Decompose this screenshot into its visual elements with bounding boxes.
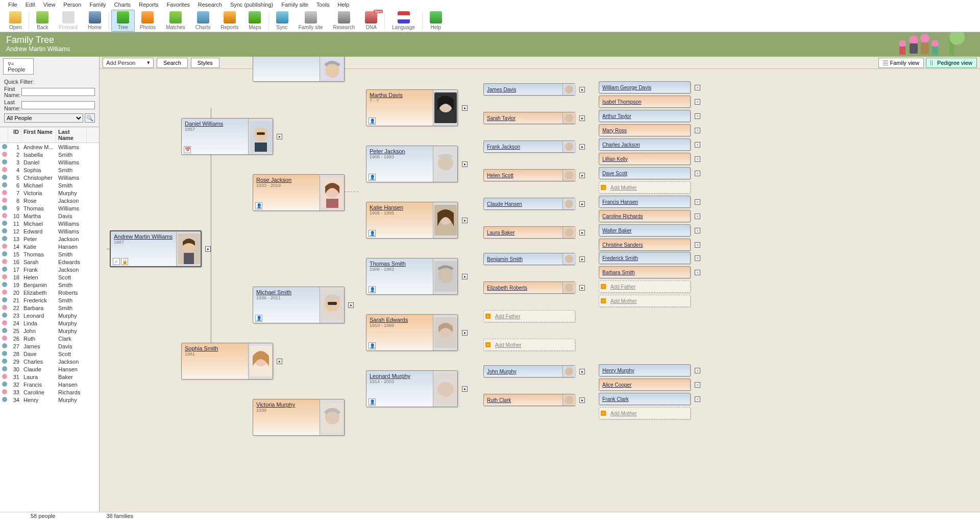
expand-node[interactable]: ▸ bbox=[579, 115, 585, 121]
person-row[interactable]: 32FrancisHansen bbox=[0, 381, 99, 388]
expand-node[interactable]: ▸ bbox=[462, 218, 468, 223]
expand-node[interactable]: ▸ bbox=[205, 246, 211, 252]
mini-card[interactable]: Benjamin Smith bbox=[483, 253, 575, 265]
menu-research[interactable]: Research bbox=[194, 2, 226, 8]
chevron-right-icon[interactable]: › bbox=[695, 128, 700, 133]
chevron-right-icon[interactable]: › bbox=[695, 113, 700, 119]
tb-research[interactable]: Research bbox=[328, 10, 360, 31]
card-christopher[interactable] bbox=[253, 57, 345, 82]
menu-reports[interactable]: Reports bbox=[135, 2, 163, 8]
tb-photos[interactable]: Photos bbox=[135, 10, 161, 31]
person-row[interactable]: 28DaveScott bbox=[0, 350, 99, 358]
mini-card[interactable]: Charles Jackson bbox=[599, 138, 691, 151]
person-row[interactable]: 30ClaudeHansen bbox=[0, 365, 99, 373]
mini-card[interactable]: Dave Scott bbox=[599, 167, 691, 179]
expand-node[interactable]: ▸ bbox=[462, 330, 468, 336]
chevron-right-icon[interactable]: › bbox=[695, 156, 700, 162]
menu-familysite[interactable]: Family site bbox=[277, 2, 312, 8]
person-row[interactable]: 25JohnMurphy bbox=[0, 327, 99, 335]
chevron-right-icon[interactable]: › bbox=[695, 270, 700, 275]
person-row[interactable]: 11MichaelWilliams bbox=[0, 220, 99, 227]
pedigree-view-button[interactable]: Pedigree view bbox=[926, 58, 977, 68]
person-row[interactable]: 34HenryMurphy bbox=[0, 396, 99, 404]
mini-card[interactable]: +Add Father bbox=[483, 310, 575, 322]
tb-matches[interactable]: Matches bbox=[161, 10, 190, 31]
expand-node[interactable]: ▸ bbox=[579, 230, 585, 235]
canvas-search-button[interactable]: Search bbox=[157, 58, 188, 68]
tb-help[interactable]: Help bbox=[425, 10, 447, 31]
person-row[interactable]: 16SarahEdwards bbox=[0, 258, 99, 266]
mini-card[interactable]: Frank Jackson bbox=[483, 140, 575, 153]
tb-maps[interactable]: Maps bbox=[243, 10, 266, 31]
card-sarah-edwards[interactable]: Sarah Edwards1910 - 1998 👤 bbox=[366, 314, 458, 351]
chevron-right-icon[interactable]: › bbox=[695, 368, 700, 373]
expand-node[interactable]: ▸ bbox=[579, 285, 585, 291]
chevron-right-icon[interactable]: › bbox=[695, 171, 700, 176]
mini-card[interactable]: +Add Mother bbox=[599, 295, 691, 307]
mini-card[interactable]: Claude Hansen bbox=[483, 198, 575, 210]
chevron-right-icon[interactable]: › bbox=[695, 242, 700, 248]
card-leonard-murphy[interactable]: Leonard Murphy1914 - 2003 👤 bbox=[366, 370, 458, 407]
card-daniel-williams[interactable]: Daniel Williams1957 📅 bbox=[181, 118, 273, 155]
tb-sync[interactable]: Sync bbox=[271, 10, 293, 31]
card-peter-jackson[interactable]: Peter Jackson1905 - 1983 👤 bbox=[366, 146, 458, 182]
person-row[interactable]: 33CarolineRichards bbox=[0, 388, 99, 396]
person-row[interactable]: 13PeterJackson bbox=[0, 235, 99, 243]
mini-card[interactable]: Henry Murphy bbox=[599, 364, 691, 376]
tb-forward[interactable]: Forward bbox=[54, 10, 83, 31]
person-row[interactable]: 27JamesDavis bbox=[0, 342, 99, 350]
chevron-right-icon[interactable]: › bbox=[695, 142, 700, 148]
lastname-input[interactable] bbox=[21, 101, 95, 109]
menu-view[interactable]: View bbox=[39, 2, 60, 8]
expand-node[interactable]: ▸ bbox=[277, 359, 282, 364]
card-thomas-smith[interactable]: Thomas Smith1906 - 1983 👤 bbox=[366, 258, 458, 295]
mini-card[interactable]: +Add Father bbox=[599, 280, 691, 293]
person-row[interactable]: 8RoseJackson bbox=[0, 197, 99, 204]
person-row[interactable]: 24LindaMurphy bbox=[0, 319, 99, 327]
expand-node[interactable]: ▸ bbox=[348, 302, 354, 308]
card-andrew-williams[interactable]: Andrew Martin Williams1987 ✓🔒 bbox=[110, 230, 202, 267]
person-row[interactable]: 20ElizabethRoberts bbox=[0, 289, 99, 296]
tb-charts[interactable]: Charts bbox=[190, 10, 215, 31]
menu-favorites[interactable]: Favorites bbox=[163, 2, 194, 8]
add-person-dropdown[interactable]: Add Person▾ bbox=[103, 58, 154, 68]
expand-node[interactable]: ▸ bbox=[462, 274, 468, 279]
menu-file[interactable]: File bbox=[4, 2, 21, 8]
expand-node[interactable]: ▸ bbox=[462, 386, 468, 392]
card-martha-davis[interactable]: Martha Davis? - ? 👤 bbox=[366, 89, 458, 126]
menu-family[interactable]: Family bbox=[85, 2, 110, 8]
tb-language[interactable]: Language bbox=[387, 10, 420, 31]
people-table[interactable]: ID First Name Last Name 1Andrew M...Will… bbox=[0, 127, 99, 512]
expand-node[interactable]: ▸ bbox=[579, 369, 585, 374]
expand-node[interactable]: ▸ bbox=[579, 256, 585, 262]
mini-card[interactable]: Frederick Smith bbox=[599, 252, 691, 264]
mini-card[interactable]: Helen Scott bbox=[483, 169, 575, 181]
mini-card[interactable]: Caroline Richards bbox=[599, 210, 691, 222]
person-row[interactable]: 7VictoriaMurphy bbox=[0, 189, 99, 197]
canvas-styles-button[interactable]: Styles bbox=[191, 58, 219, 68]
expand-node[interactable]: ▸ bbox=[579, 144, 585, 150]
mini-card[interactable]: John Murphy bbox=[483, 365, 575, 377]
menu-edit[interactable]: Edit bbox=[21, 2, 39, 8]
mini-card[interactable]: Frank Clark bbox=[599, 393, 691, 405]
card-michael-smith[interactable]: Michael Smith1936 - 2011 👤 bbox=[253, 287, 345, 323]
person-row[interactable]: 26RuthClark bbox=[0, 335, 99, 342]
expand-node[interactable]: ▸ bbox=[579, 87, 585, 92]
card-katie-hansen[interactable]: Katie Hansen1908 - 1995 👤 bbox=[366, 202, 458, 239]
scope-select[interactable]: All People bbox=[4, 113, 83, 123]
person-row[interactable]: 14KatieHansen bbox=[0, 243, 99, 250]
mini-card[interactable]: Barbara Smith bbox=[599, 266, 691, 278]
firstname-input[interactable] bbox=[21, 88, 95, 96]
mini-card[interactable]: +Add Mother bbox=[599, 407, 691, 419]
expand-node[interactable]: ▸ bbox=[462, 161, 468, 167]
person-row[interactable]: 18HelenScott bbox=[0, 273, 99, 281]
menu-sync[interactable]: Sync (publishing) bbox=[226, 2, 277, 8]
person-row[interactable]: 21FrederickSmith bbox=[0, 296, 99, 304]
mini-card[interactable]: James Davis bbox=[483, 83, 575, 96]
tb-familysite[interactable]: Family site bbox=[293, 10, 328, 31]
person-row[interactable]: 31LauraBaker bbox=[0, 373, 99, 381]
person-row[interactable]: 15ThomasSmith bbox=[0, 250, 99, 258]
chevron-right-icon[interactable]: › bbox=[695, 382, 700, 388]
person-row[interactable]: 23LeonardMurphy bbox=[0, 312, 99, 319]
chevron-right-icon[interactable]: › bbox=[695, 199, 700, 205]
